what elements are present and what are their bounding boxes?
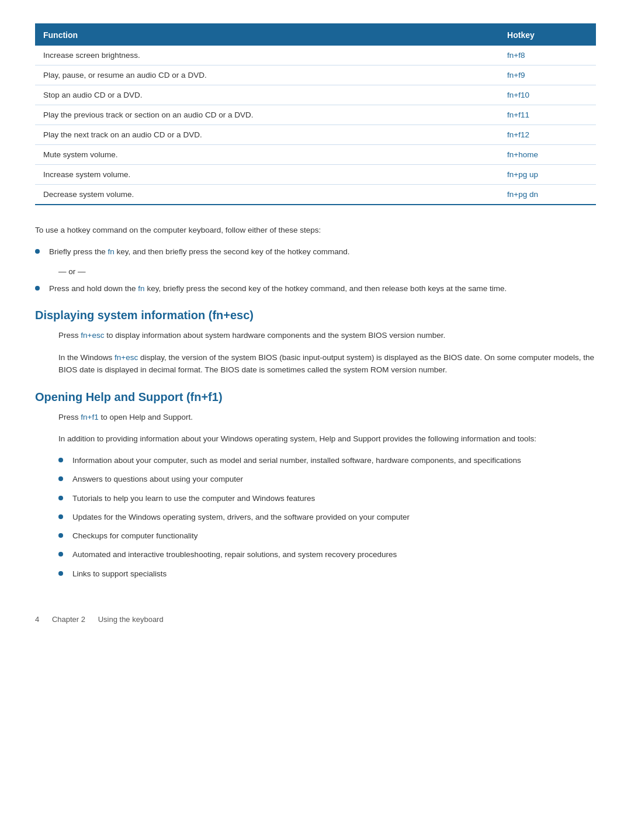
fn-esc-key-2: fn+esc	[115, 353, 138, 362]
hotkey-cell: fn+f8	[499, 46, 596, 65]
bullet-text: Information about your computer, such as…	[72, 455, 521, 466]
section1-para2: In the Windows fn+esc display, the versi…	[58, 351, 596, 376]
hotkey-intro-text: To use a hotkey command on the computer …	[35, 224, 596, 237]
list-item: Updates for the Windows operating system…	[58, 511, 596, 523]
function-cell: Increase system volume.	[35, 165, 499, 185]
table-row: Increase system volume.fn+pg up	[35, 165, 596, 185]
table-row: Decrease system volume.fn+pg dn	[35, 185, 596, 205]
hotkey-cell: fn+home	[499, 145, 596, 165]
list-item: Links to support specialists	[58, 568, 596, 580]
chapter-title: Using the keyboard	[98, 615, 164, 624]
bullet-text-1: Briefly press the fn key, and then brief…	[49, 246, 350, 258]
section2-heading: Opening Help and Support (fn+f1)	[35, 390, 596, 404]
list-item: Answers to questions about using your co…	[58, 473, 596, 485]
hotkey-steps-list: Briefly press the fn key, and then brief…	[35, 246, 596, 258]
list-item: Checkups for computer functionality	[58, 530, 596, 542]
function-cell: Stop an audio CD or a DVD.	[35, 85, 499, 105]
table-row: Mute system volume.fn+home	[35, 145, 596, 165]
fn-key-1: fn	[108, 247, 115, 256]
bullet-icon	[58, 514, 63, 519]
bullet-text: Updates for the Windows operating system…	[72, 511, 410, 523]
bullet-icon	[58, 476, 63, 481]
section1-heading: Displaying system information (fn+esc)	[35, 309, 596, 322]
bullet-text: Checkups for computer functionality	[72, 530, 198, 542]
section2-para2: In addition to providing information abo…	[58, 433, 596, 445]
function-cell: Decrease system volume.	[35, 185, 499, 205]
bullet-icon	[58, 533, 63, 538]
table-row: Increase screen brightness.fn+f8	[35, 46, 596, 65]
list-item: Press and hold down the fn key, briefly …	[35, 283, 596, 295]
hotkey-cell: fn+f9	[499, 65, 596, 85]
bullet-text: Answers to questions about using your co…	[72, 473, 243, 485]
bullet-text: Automated and interactive troubleshootin…	[72, 549, 397, 561]
bullet-text: Tutorials to help you learn to use the c…	[72, 493, 315, 504]
table-row: Play, pause, or resume an audio CD or a …	[35, 65, 596, 85]
section2-para1: Press fn+f1 to open Help and Support.	[58, 411, 596, 424]
table-row: Play the previous track or section on an…	[35, 105, 596, 125]
section1-para1: Press fn+esc to display information abou…	[58, 329, 596, 342]
table-row: Play the next track on an audio CD or a …	[35, 125, 596, 145]
function-cell: Play, pause, or resume an audio CD or a …	[35, 65, 499, 85]
or-separator: — or —	[58, 267, 596, 276]
bullet-text: Links to support specialists	[72, 568, 167, 580]
page-number: 4	[35, 615, 39, 624]
fn-key-2: fn	[138, 284, 144, 293]
hotkey-cell: fn+pg dn	[499, 185, 596, 205]
section2-bullets: Information about your computer, such as…	[58, 455, 596, 580]
bullet-icon	[58, 571, 63, 576]
list-item: Briefly press the fn key, and then brief…	[35, 246, 596, 258]
hotkey-cell: fn+f10	[499, 85, 596, 105]
bullet-icon	[58, 458, 63, 462]
fn-f1-key: fn+f1	[81, 413, 98, 421]
page-footer: 4 Chapter 2 Using the keyboard	[35, 615, 596, 624]
bullet-icon	[35, 286, 40, 291]
table-row: Stop an audio CD or a DVD.fn+f10	[35, 85, 596, 105]
function-cell: Increase screen brightness.	[35, 46, 499, 65]
bullet-text-2: Press and hold down the fn key, briefly …	[49, 283, 507, 295]
hotkey-cell: fn+f11	[499, 105, 596, 125]
bullet-icon	[58, 496, 63, 500]
list-item: Automated and interactive troubleshootin…	[58, 549, 596, 561]
table-header-function: Function	[35, 24, 499, 46]
table-header-hotkey: Hotkey	[499, 24, 596, 46]
list-item: Tutorials to help you learn to use the c…	[58, 493, 596, 504]
bullet-icon	[58, 552, 63, 556]
chapter-label: Chapter 2	[52, 615, 85, 624]
function-cell: Mute system volume.	[35, 145, 499, 165]
hotkey-table: Function Hotkey Increase screen brightne…	[35, 23, 596, 205]
fn-esc-key-1: fn+esc	[81, 331, 104, 340]
hotkey-cell: fn+pg up	[499, 165, 596, 185]
function-cell: Play the previous track or section on an…	[35, 105, 499, 125]
function-cell: Play the next track on an audio CD or a …	[35, 125, 499, 145]
bullet-icon	[35, 249, 40, 254]
hotkey-cell: fn+f12	[499, 125, 596, 145]
list-item: Information about your computer, such as…	[58, 455, 596, 466]
hotkey-steps-list-2: Press and hold down the fn key, briefly …	[35, 283, 596, 295]
